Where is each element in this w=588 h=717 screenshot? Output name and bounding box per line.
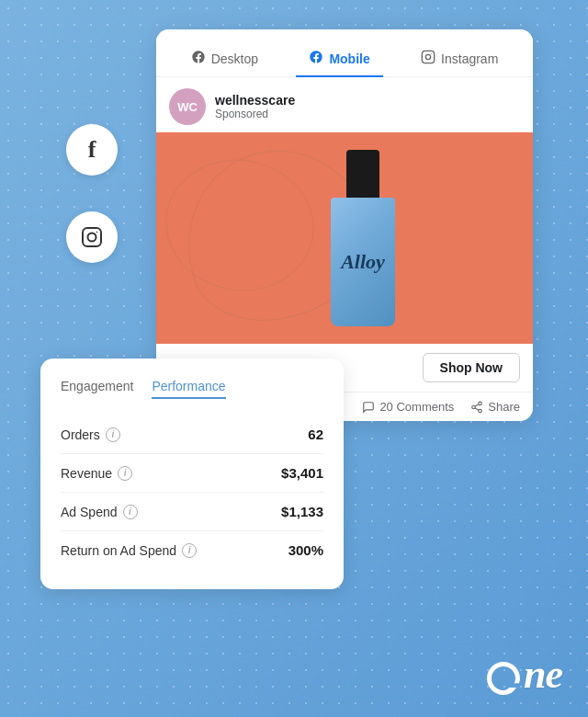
bottle: Alloy xyxy=(331,150,395,326)
bottle-label: Alloy xyxy=(341,250,385,274)
brand-name: wellnesscare xyxy=(215,93,295,108)
adspend-label: Ad Spend i xyxy=(61,505,138,519)
svg-point-5 xyxy=(431,53,432,54)
bottle-body: Alloy xyxy=(331,198,395,326)
post-header: WC wellnesscare Sponsored xyxy=(156,77,533,132)
adspend-row: Ad Spend i $1,133 xyxy=(61,493,323,531)
avatar: WC xyxy=(169,88,206,125)
tab-performance[interactable]: Performance xyxy=(152,375,225,399)
tab-desktop-label: Desktop xyxy=(211,51,258,66)
adspend-value: $1,133 xyxy=(281,504,323,519)
tab-engagement[interactable]: Engagement xyxy=(61,375,133,399)
bottle-cap xyxy=(346,150,379,198)
facebook-letter: f xyxy=(88,136,96,164)
orders-info-icon[interactable]: i xyxy=(106,427,120,442)
svg-point-8 xyxy=(479,409,482,413)
svg-rect-3 xyxy=(422,51,434,63)
desktop-fb-icon xyxy=(191,50,206,68)
tab-desktop[interactable]: Desktop xyxy=(178,42,271,77)
orders-label: Orders i xyxy=(61,427,120,442)
revenue-info-icon[interactable]: i xyxy=(118,466,132,481)
roas-info-icon[interactable]: i xyxy=(182,543,197,558)
tab-instagram-label: Instagram xyxy=(441,51,498,66)
share-label: Share xyxy=(488,400,520,414)
revenue-value: $3,401 xyxy=(281,465,323,481)
comments-label: 20 Comments xyxy=(379,400,454,414)
instagram-tab-icon xyxy=(421,50,435,68)
tab-instagram[interactable]: Instagram xyxy=(408,42,511,77)
tab-bar: Desktop Mobile Instagram xyxy=(156,29,533,77)
roas-label: Return on Ad Spend i xyxy=(61,543,197,558)
tab-mobile[interactable]: Mobile xyxy=(296,42,382,77)
svg-line-9 xyxy=(475,407,479,409)
comments-action[interactable]: 20 Comments xyxy=(362,400,454,414)
revenue-label: Revenue i xyxy=(61,466,132,481)
share-icon xyxy=(470,401,483,414)
orders-row: Orders i 62 xyxy=(61,415,323,454)
svg-rect-0 xyxy=(83,228,101,246)
svg-point-4 xyxy=(425,54,430,59)
tab-mobile-label: Mobile xyxy=(329,51,369,66)
instagram-svg xyxy=(81,226,103,248)
shop-now-button[interactable]: Shop Now xyxy=(423,353,520,382)
comment-icon xyxy=(362,401,375,414)
product-image: Alloy xyxy=(156,132,533,344)
svg-point-1 xyxy=(88,233,96,242)
performance-tabs: Engagement Performance xyxy=(61,375,323,399)
svg-point-7 xyxy=(472,405,476,409)
facebook-icon[interactable]: f xyxy=(66,124,118,176)
post-meta: wellnesscare Sponsored xyxy=(215,93,295,120)
sponsored-label: Sponsored xyxy=(215,108,295,120)
share-action[interactable]: Share xyxy=(470,400,520,414)
instagram-icon[interactable] xyxy=(66,211,118,263)
revenue-row: Revenue i $3,401 xyxy=(61,454,323,493)
mobile-fb-icon xyxy=(309,50,323,68)
roas-row: Return on Ad Spend i 300% xyxy=(61,531,323,569)
orders-value: 62 xyxy=(308,427,323,442)
adspend-info-icon[interactable]: i xyxy=(123,505,138,519)
svg-line-10 xyxy=(475,404,479,405)
svg-point-2 xyxy=(96,232,98,233)
performance-card: Engagement Performance Orders i 62 Reven… xyxy=(40,358,344,589)
svg-point-6 xyxy=(479,402,482,405)
roas-value: 300% xyxy=(288,542,323,558)
one-logo: ne xyxy=(483,651,562,699)
